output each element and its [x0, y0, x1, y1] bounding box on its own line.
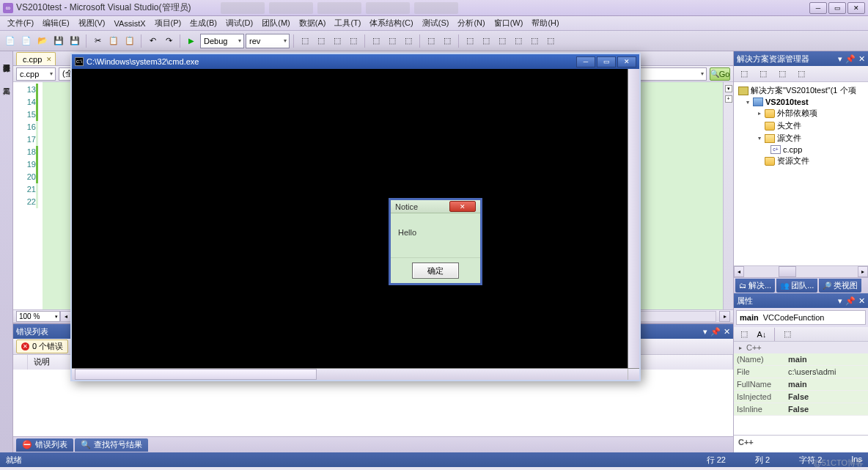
- tab-error-list[interactable]: ⛔ 错误列表: [16, 438, 73, 452]
- menu-file[interactable]: 文件(F): [3, 16, 38, 30]
- add-item-icon[interactable]: 📄: [19, 34, 34, 48]
- panel-dropdown-icon[interactable]: ▾: [838, 54, 842, 64]
- file-tab[interactable]: c.cpp ✕: [16, 52, 56, 65]
- props-az-icon[interactable]: A↓: [754, 327, 769, 342]
- tab-team[interactable]: 👥团队...: [776, 279, 817, 293]
- console-window[interactable]: c:\ C:\Windows\system32\cmd.exe ─ ▭ ✕: [70, 53, 641, 381]
- tab-find-symbols[interactable]: 🔍 查找符号结果: [75, 438, 148, 452]
- sln-refresh-icon[interactable]: ⬚: [775, 67, 790, 81]
- tool-icon-k[interactable]: ⬚: [479, 34, 493, 48]
- console-hscroll[interactable]: [72, 368, 639, 380]
- menu-help[interactable]: 帮助(H): [527, 16, 563, 30]
- open-icon[interactable]: 📂: [35, 34, 50, 48]
- copy-icon[interactable]: 📋: [106, 34, 121, 48]
- tool-icon-e[interactable]: ⬚: [369, 34, 383, 48]
- start-debug-icon[interactable]: ▶: [184, 34, 199, 48]
- panel-dropdown-icon[interactable]: ▾: [703, 327, 707, 337]
- tool-icon-c[interactable]: ⬚: [330, 34, 345, 48]
- tool-icon-a[interactable]: ⬚: [298, 34, 312, 48]
- menu-arch[interactable]: 体系结构(C): [365, 16, 417, 30]
- redo-icon[interactable]: ↷: [161, 34, 176, 48]
- console-vscroll[interactable]: [628, 69, 639, 368]
- sln-hscroll[interactable]: ◂▸: [734, 265, 868, 277]
- dialog-titlebar[interactable]: Notice ✕: [391, 200, 480, 213]
- platform-combo[interactable]: rev: [246, 34, 290, 48]
- console-close-button[interactable]: ✕: [617, 56, 636, 67]
- scroll-left-icon[interactable]: ◂: [60, 311, 71, 322]
- solution-tree[interactable]: 解决方案"VS2010test"(1 个项 ▾VS2010test ▸外部依赖项…: [734, 82, 868, 265]
- panel-pin-icon[interactable]: 📌: [845, 54, 856, 64]
- menu-analyze[interactable]: 分析(N): [453, 16, 489, 30]
- menu-debug[interactable]: 调试(D): [221, 16, 257, 30]
- panel-dropdown-icon[interactable]: ▾: [838, 296, 842, 306]
- tab-classview[interactable]: 🔎类视图: [819, 279, 861, 293]
- props-cat-icon[interactable]: ⬚: [737, 327, 751, 342]
- maximize-button[interactable]: ▭: [828, 2, 846, 14]
- folder-icon: [765, 157, 775, 166]
- panel-close-icon[interactable]: ✕: [858, 54, 865, 64]
- tool-icon-o[interactable]: ⬚: [543, 34, 558, 48]
- props-description: C++: [734, 435, 868, 452]
- console-maximize-button[interactable]: ▭: [597, 56, 616, 67]
- menu-project[interactable]: 项目(P): [150, 16, 186, 30]
- status-bar: 就绪 行 22 列 2 字符 2 Ins: [0, 452, 868, 467]
- tool-icon-l[interactable]: ⬚: [495, 34, 510, 48]
- go-button[interactable]: 🔍Go: [710, 67, 730, 81]
- tab-solution[interactable]: 🗂解决...: [735, 279, 775, 293]
- props-grid[interactable]: ▸C++ (Name)main Filec:\users\admi FullNa…: [734, 342, 868, 435]
- menu-vassist[interactable]: VAssistX: [109, 18, 150, 29]
- menu-edit[interactable]: 编辑(E): [38, 16, 74, 30]
- vtab-server-explorer[interactable]: 服务器资源管理器: [1, 56, 12, 62]
- cut-icon[interactable]: ✂: [90, 34, 105, 48]
- saveall-icon[interactable]: 💾: [67, 34, 82, 48]
- errors-chip[interactable]: ✕ 0 个错误: [16, 339, 68, 353]
- close-tab-icon[interactable]: ✕: [46, 56, 52, 63]
- tool-icon-f[interactable]: ⬚: [385, 34, 400, 48]
- panel-pin-icon[interactable]: 📌: [845, 296, 856, 306]
- scroll-right-icon[interactable]: ▸: [719, 311, 730, 322]
- dialog-close-button[interactable]: ✕: [449, 201, 476, 212]
- new-project-icon[interactable]: 📄: [3, 34, 18, 48]
- vtab-toolbox[interactable]: 工具箱: [1, 79, 12, 85]
- close-button[interactable]: ✕: [847, 2, 865, 14]
- console-titlebar[interactable]: c:\ C:\Windows\system32\cmd.exe ─ ▭ ✕: [72, 54, 639, 69]
- props-object-combo[interactable]: mainVCCodeFunction: [736, 310, 866, 325]
- status-col: 列 2: [755, 455, 770, 466]
- panel-close-icon[interactable]: ✕: [858, 296, 865, 306]
- undo-icon[interactable]: ↶: [145, 34, 160, 48]
- tool-icon-h[interactable]: ⬚: [424, 34, 438, 48]
- zoom-combo[interactable]: 100 %: [16, 311, 60, 322]
- menu-data[interactable]: 数据(A): [295, 16, 331, 30]
- panel-close-icon[interactable]: ✕: [724, 327, 730, 337]
- tool-icon-i[interactable]: ⬚: [440, 34, 455, 48]
- menu-build[interactable]: 生成(B): [185, 16, 221, 30]
- tool-icon-b[interactable]: ⬚: [314, 34, 328, 48]
- watermark: @51CTO博客: [814, 458, 864, 469]
- menu-view[interactable]: 视图(V): [74, 16, 110, 30]
- tool-icon-d[interactable]: ⬚: [346, 34, 361, 48]
- menu-test[interactable]: 测试(S): [418, 16, 454, 30]
- cpp-file-icon: c+: [770, 145, 781, 154]
- console-minimize-button[interactable]: ─: [576, 56, 595, 67]
- props-page-icon[interactable]: ⬚: [780, 327, 795, 342]
- project-icon: [753, 98, 763, 106]
- folder-open-icon: [765, 134, 775, 143]
- save-icon[interactable]: 💾: [51, 34, 66, 48]
- menu-tools[interactable]: 工具(T): [330, 16, 365, 30]
- minimize-button[interactable]: ─: [809, 2, 827, 14]
- tool-icon-g[interactable]: ⬚: [401, 34, 416, 48]
- paste-icon[interactable]: 📋: [122, 34, 137, 48]
- menu-team[interactable]: 团队(M): [257, 16, 295, 30]
- tool-icon-m[interactable]: ⬚: [511, 34, 526, 48]
- tool-icon-j[interactable]: ⬚: [463, 34, 477, 48]
- sln-props-icon[interactable]: ⬚: [737, 67, 751, 81]
- console-body[interactable]: [72, 69, 628, 368]
- sln-view-icon[interactable]: ⬚: [794, 67, 809, 81]
- dialog-ok-button[interactable]: 确定: [412, 262, 459, 279]
- panel-pin-icon[interactable]: 📌: [710, 327, 721, 337]
- sln-showall-icon[interactable]: ⬚: [756, 67, 770, 81]
- menu-window[interactable]: 窗口(W): [490, 16, 528, 30]
- file-nav-combo[interactable]: c.cpp: [16, 67, 56, 81]
- config-combo[interactable]: Debug: [200, 34, 244, 48]
- tool-icon-n[interactable]: ⬚: [527, 34, 542, 48]
